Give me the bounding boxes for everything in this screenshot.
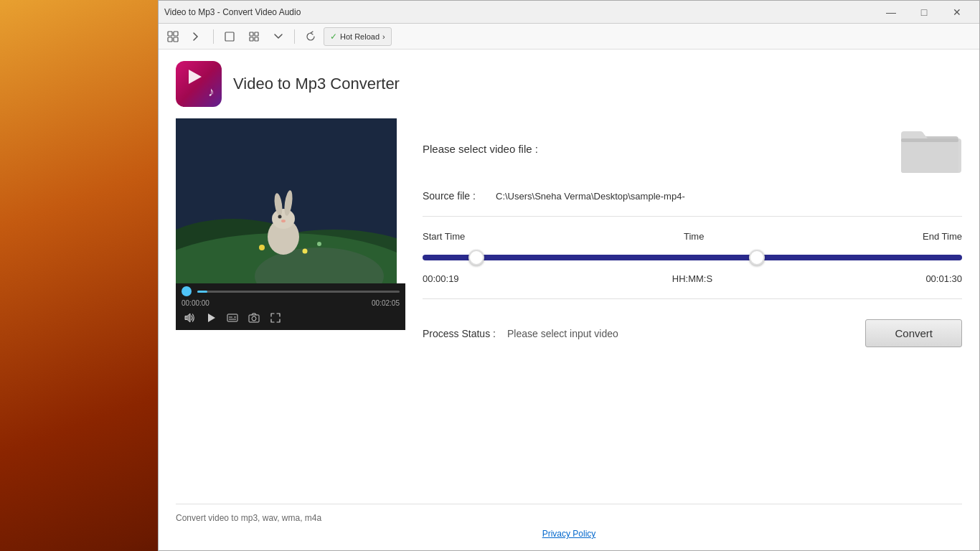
end-time-label: End Time — [923, 231, 962, 242]
toolbar: ✓ Hot Reload › — [159, 24, 979, 50]
svg-rect-7 — [250, 37, 253, 41]
svg-rect-4 — [225, 32, 234, 41]
process-label: Process Status : — [423, 328, 496, 339]
toolbar-btn-3[interactable] — [218, 27, 241, 47]
svg-rect-6 — [255, 32, 258, 36]
app-window: Video to Mp3 - Convert Video Audio — □ ✕ — [158, 0, 980, 551]
close-button[interactable]: ✕ — [941, 1, 974, 24]
svg-rect-23 — [227, 314, 237, 321]
hot-reload-check-icon: ✓ — [330, 32, 337, 42]
content-area: 00:00:00 00:02:05 — [159, 113, 979, 495]
file-select-row: Please select video file : — [423, 118, 962, 179]
time-row: 00:00:00 00:02:05 — [182, 299, 400, 309]
hot-reload-button[interactable]: ✓ Hot Reload › — [324, 27, 392, 46]
svg-point-19 — [281, 220, 286, 222]
toolbar-separator-2 — [294, 29, 295, 44]
progress-thumb[interactable] — [182, 286, 192, 296]
footer: Convert video to mp3, wav, wma, m4a Priv… — [159, 495, 979, 550]
divider-2 — [423, 298, 962, 299]
slider-labels: Start Time Time End Time — [423, 231, 962, 242]
svg-rect-1 — [174, 32, 178, 36]
svg-point-18 — [278, 215, 282, 219]
source-label: Source file : — [423, 190, 487, 202]
toolbar-btn-1[interactable] — [161, 27, 184, 47]
process-row: Process Status : Please select input vid… — [423, 314, 962, 353]
footer-divider — [176, 504, 962, 504]
app-header: ♪ Video to Mp3 Converter — [159, 50, 979, 113]
right-panel: Please select video file : — [423, 118, 962, 489]
app-icon: ♪ — [176, 61, 222, 107]
slider-track — [423, 255, 962, 260]
subtitles-button[interactable] — [226, 311, 239, 324]
svg-rect-30 — [901, 138, 958, 173]
folder-icon-button[interactable] — [897, 118, 962, 179]
svg-rect-0 — [168, 32, 172, 36]
slider-section: Start Time Time End Time 00:00:19 HH:MM:… — [423, 231, 962, 284]
divider-1 — [423, 216, 962, 217]
minimize-button[interactable]: — — [875, 1, 908, 24]
music-icon: ♪ — [208, 85, 215, 100]
toolbar-btn-5[interactable] — [267, 27, 290, 47]
video-player — [176, 118, 397, 283]
hot-reload-label: Hot Reload — [340, 32, 380, 41]
select-file-label: Please select video file : — [423, 143, 538, 155]
video-scene-svg — [176, 118, 397, 283]
maximize-button[interactable]: □ — [908, 1, 941, 24]
formats-text: Convert video to mp3, wav, wma, m4a — [176, 513, 962, 523]
main-content: ♪ Video to Mp3 Converter — [159, 50, 979, 550]
video-controls: 00:00:00 00:02:05 — [176, 283, 405, 330]
svg-point-20 — [259, 245, 265, 250]
volume-button[interactable] — [183, 311, 196, 324]
total-time: 00:02:05 — [372, 299, 400, 307]
start-thumb[interactable] — [468, 250, 484, 265]
play-button[interactable] — [204, 311, 217, 324]
window-controls: — □ ✕ — [875, 1, 974, 24]
svg-rect-8 — [255, 37, 258, 41]
progress-fill — [197, 291, 207, 293]
hot-reload-chevron: › — [382, 32, 385, 41]
svg-point-15 — [272, 209, 295, 229]
convert-button[interactable]: Convert — [865, 319, 962, 347]
fullscreen-button[interactable] — [269, 311, 282, 324]
end-thumb[interactable] — [749, 250, 765, 265]
toolbar-btn-2[interactable] — [186, 27, 209, 47]
app-title: Video to Mp3 Converter — [233, 75, 400, 93]
svg-point-22 — [317, 242, 321, 246]
time-label: Time — [684, 231, 704, 242]
title-bar: Video to Mp3 - Convert Video Audio — □ ✕ — [159, 1, 979, 24]
toolbar-separator-1 — [213, 29, 214, 44]
video-panel: 00:00:00 00:02:05 — [176, 118, 405, 489]
progress-track[interactable] — [197, 291, 400, 293]
window-title: Video to Mp3 - Convert Video Audio — [164, 7, 875, 17]
process-status: Please select input video — [507, 328, 618, 339]
svg-point-21 — [303, 249, 308, 254]
svg-rect-3 — [174, 37, 178, 42]
svg-rect-2 — [168, 37, 172, 42]
time-format: HH:MM:S — [667, 273, 717, 284]
ctrl-row — [182, 309, 400, 327]
svg-rect-5 — [250, 32, 253, 36]
toolbar-btn-refresh[interactable] — [299, 27, 322, 47]
video-scene — [176, 118, 397, 283]
slider-time-labels: 00:00:19 HH:MM:S 00:01:30 — [423, 273, 962, 284]
progress-row — [182, 286, 400, 296]
folder-icon — [897, 118, 962, 176]
toolbar-btn-4[interactable] — [242, 27, 265, 47]
slider-container[interactable] — [423, 248, 962, 268]
source-row: Source file : C:\Users\Sneha Verma\Deskt… — [423, 190, 962, 202]
privacy-policy-link[interactable]: Privacy Policy — [176, 529, 962, 539]
svg-point-28 — [252, 316, 256, 321]
snapshot-button[interactable] — [248, 311, 260, 324]
svg-rect-31 — [901, 138, 958, 142]
source-path: C:\Users\Sneha Verma\Desktop\sample-mp4- — [496, 191, 685, 202]
play-icon — [189, 70, 202, 84]
start-time-label: Start Time — [423, 231, 465, 242]
current-time: 00:00:00 — [182, 299, 209, 307]
end-time-value: 00:01:30 — [912, 273, 962, 284]
start-time-value: 00:00:19 — [423, 273, 473, 284]
